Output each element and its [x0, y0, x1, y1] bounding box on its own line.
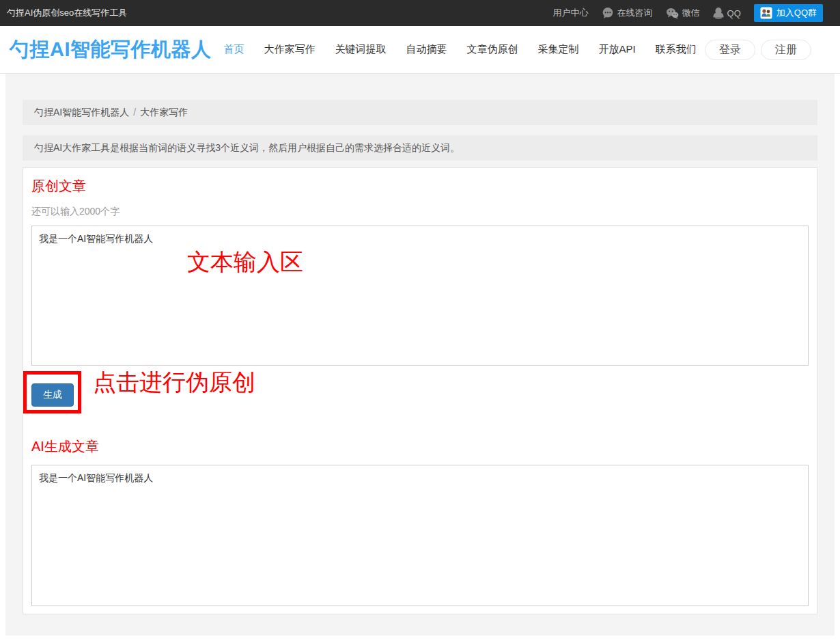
topbar-link-label: 在线咨询 [617, 7, 653, 19]
nav-item-auto-summary[interactable]: 自动摘要 [406, 43, 447, 56]
nav-item-collect-custom[interactable]: 采集定制 [538, 43, 579, 56]
topbar-link-label: 用户中心 [553, 7, 589, 19]
join-qq-group-button[interactable]: 加入QQ群 [754, 4, 823, 22]
topbar-link-wechat[interactable]: 微信 [666, 7, 700, 19]
join-qq-group-label: 加入QQ群 [776, 7, 817, 19]
breadcrumb: 勺捏AI智能写作机器人/大作家写作 [23, 100, 817, 125]
header: 勺捏AI智能写作机器人 首页 大作家写作 关键词提取 自动摘要 文章伪原创 采集… [0, 26, 840, 74]
topbar-links: 用户中心 在线咨询 [553, 4, 823, 22]
login-button[interactable]: 登录 [705, 40, 755, 60]
page-body: 勺捏AI智能写作机器人/大作家写作 勺捏AI大作家工具是根据当前词的语义寻找3个… [5, 74, 835, 636]
source-article-heading: 原创文章 [31, 176, 809, 195]
annotation-click-hint: 点击进行伪原创 [93, 369, 255, 396]
site-title: 勺捏AI伪原创seo在线写作工具 [7, 7, 127, 19]
topbar-link-label: QQ [727, 8, 741, 18]
nav-item-home[interactable]: 首页 [224, 43, 244, 56]
breadcrumb-current: 大作家写作 [140, 107, 188, 118]
wechat-icon [666, 8, 679, 19]
tool-description: 勺捏AI大作家工具是根据当前词的语义寻找3个近义词，然后用户根据自己的需求选择合… [23, 135, 817, 161]
site-logo[interactable]: 勺捏AI智能写作机器人 [10, 36, 212, 64]
nav-item-keyword-extract[interactable]: 关键词提取 [335, 43, 387, 56]
nav-item-pseudo-original[interactable]: 文章伪原创 [467, 43, 518, 56]
nav-item-contact-us[interactable]: 联系我们 [656, 43, 697, 56]
register-button[interactable]: 注册 [761, 40, 811, 60]
nav-item-writer[interactable]: 大作家写作 [264, 43, 316, 56]
source-text-input[interactable]: 我是一个AI智能写作机器人 [31, 226, 809, 366]
char-counter: 还可以输入2000个字 [31, 204, 809, 218]
editor-card: 原创文章 还可以输入2000个字 我是一个AI智能写作机器人 生成 AI生成文章… [23, 167, 817, 614]
auth-buttons: 登录 注册 [705, 40, 811, 60]
result-text-output[interactable]: 我是一个AI智能写作机器人 [31, 465, 809, 606]
generate-button[interactable]: 生成 [31, 383, 74, 407]
qq-group-icon [760, 7, 772, 19]
breadcrumb-separator: / [133, 107, 136, 118]
topbar-link-label: 微信 [682, 7, 700, 19]
qq-icon [713, 7, 724, 19]
nav-item-open-api[interactable]: 开放API [599, 43, 636, 56]
result-article-heading: AI生成文章 [31, 437, 809, 456]
topbar-link-user-center[interactable]: 用户中心 [553, 7, 589, 19]
topbar-link-qq[interactable]: QQ [713, 7, 741, 19]
breadcrumb-home[interactable]: 勺捏AI智能写作机器人 [34, 107, 129, 118]
chat-icon [602, 7, 614, 19]
main-nav: 首页 大作家写作 关键词提取 自动摘要 文章伪原创 采集定制 开放API 联系我… [224, 43, 697, 56]
topbar-link-online-support[interactable]: 在线咨询 [602, 7, 653, 19]
topbar: 勺捏AI伪原创seo在线写作工具 用户中心 在线咨询 [0, 0, 840, 26]
